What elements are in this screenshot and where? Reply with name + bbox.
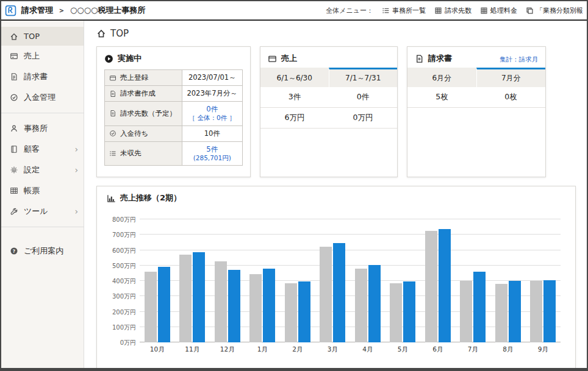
task-label: 請求書作成 [120, 89, 156, 98]
bar-series-2 [439, 229, 451, 342]
sidebar: TOP 売上 請求書 [1, 21, 84, 368]
card-icon [10, 52, 18, 60]
sales-count-prev: 3件 [260, 87, 329, 108]
play-circle-icon [104, 54, 113, 63]
task-label: 入金待ち [120, 129, 148, 138]
menu-item-processing-fee[interactable]: 処理料金 [480, 6, 517, 15]
main-content: TOP 実施中 [84, 21, 587, 368]
bar-series-1 [179, 255, 192, 342]
document-icon [109, 110, 117, 117]
sidebar-item-label: ご利用案内 [24, 246, 63, 256]
sidebar-item-sales[interactable]: 売上 [1, 46, 84, 66]
wrench-icon [10, 207, 18, 216]
sidebar-item-office[interactable]: 事務所 [1, 118, 84, 139]
task-value-link[interactable]: 5件 (285,701円) [182, 141, 242, 166]
gear-icon [10, 166, 18, 174]
document-icon [109, 90, 117, 97]
card-title-text: 実施中 [118, 53, 142, 64]
bar-series-1 [495, 284, 507, 342]
active-tasks-table: 売上登録 2023/07/01～ 請求書作成 2023年7月分～ [104, 69, 243, 166]
grid-icon [480, 7, 488, 15]
task-label: 未収先 [120, 149, 142, 158]
home-icon [10, 32, 18, 41]
bar-series-2 [368, 265, 381, 343]
y-tick-label: 200万円 [108, 308, 136, 317]
app-logo-icon [5, 5, 16, 16]
x-tick-label: 4月 [362, 345, 373, 354]
y-tick-label: 800万円 [108, 216, 136, 224]
bar-series-1 [249, 274, 262, 342]
check-circle-icon [10, 93, 18, 102]
tab-june[interactable]: 6月分 [407, 68, 476, 87]
home-icon [96, 29, 106, 38]
bar-group: 11月 [175, 219, 210, 342]
task-label: 請求先数（予定） [120, 109, 176, 118]
header-bar: 請求管理 ＞ ○○○○税理士事務所 全体メニュー： 事務所一覧 [1, 1, 587, 21]
bar-group: 5月 [385, 219, 421, 342]
sidebar-item-label: 帳票 [24, 185, 40, 196]
sidebar-item-customers[interactable]: 顧客 › [1, 139, 84, 160]
x-tick-label: 3月 [328, 345, 338, 354]
tab-current-period[interactable]: 7/1～7/31 [329, 68, 398, 87]
sidebar-item-tools[interactable]: ツール › [1, 201, 84, 222]
invoice-count-june: 5枚 [407, 87, 476, 108]
sidebar-item-top[interactable]: TOP [1, 27, 84, 46]
bar-series-2 [158, 267, 170, 342]
invoice-count-july: 0枚 [476, 87, 545, 108]
x-tick-label: 2月 [292, 345, 303, 354]
menu-item-label: 処理料金 [490, 6, 517, 15]
breadcrumb-separator: ＞ [58, 5, 65, 16]
card-icon [268, 54, 277, 63]
bar-series-1 [390, 283, 402, 342]
x-tick-label: 10月 [150, 345, 165, 354]
menu-item-office-list[interactable]: 事務所一覧 [382, 6, 426, 15]
task-value-link[interactable]: 0件 ［ 全体：0件 ］ [182, 102, 242, 126]
table-row: 請求書作成 2023年7月分～ [105, 86, 243, 102]
sidebar-item-label: TOP [24, 32, 40, 41]
chevron-right-icon: › [74, 166, 78, 174]
person-icon [10, 124, 18, 133]
tab-july[interactable]: 7月分 [476, 68, 546, 87]
y-tick-label: 500万円 [108, 262, 136, 270]
sidebar-item-settings[interactable]: 設定 › [1, 160, 84, 180]
menu-item-label: 「業務分類別報 [536, 6, 583, 15]
sidebar-item-help[interactable]: ? ご利用案内 [1, 241, 84, 261]
sidebar-item-label: 事務所 [24, 123, 48, 134]
bar-group: 3月 [315, 219, 351, 342]
task-label: 売上登録 [120, 73, 148, 82]
x-tick-label: 9月 [538, 345, 548, 354]
sidebar-item-reports[interactable]: 帳票 [1, 180, 84, 201]
sidebar-item-invoice[interactable]: 請求書 [1, 66, 84, 87]
bar-series-2 [473, 272, 486, 342]
sidebar-item-label: 請求書 [24, 71, 48, 82]
sales-amount-current: 0万円 [329, 108, 397, 129]
bar-series-2 [333, 243, 345, 342]
sales-trend-card: 売上推移（2期） 0万円100万円200万円300万円400万円500万円600… [96, 186, 576, 368]
bar-series-1 [145, 272, 157, 342]
bar-group: 1月 [245, 219, 281, 342]
sidebar-item-label: 設定 [24, 164, 40, 175]
menu-item-billing-count[interactable]: 請求先数 [434, 6, 471, 15]
sidebar-item-label: ツール [24, 206, 48, 217]
sidebar-divider [1, 113, 84, 113]
sidebar-item-label: 顧客 [24, 144, 40, 155]
bar-group: 4月 [350, 219, 385, 342]
grid-icon [434, 7, 442, 15]
task-value: 10件 [187, 129, 238, 138]
question-icon: ? [10, 247, 18, 255]
aggregate-by-billing-month-link[interactable]: 集計：請求月 [500, 55, 538, 64]
bar-group: 8月 [490, 219, 526, 342]
card-sales: 売上 6/1～6/30 7/1～7/31 3件 0件 6万円 0万円 [260, 46, 398, 177]
global-menu-label: 全体メニュー： [326, 6, 373, 15]
bar-groups: 10月11月12月1月2月3月4月5月6月7月8月9月 [140, 219, 561, 342]
x-tick-label: 12月 [220, 345, 235, 354]
x-tick-label: 8月 [503, 345, 513, 354]
tab-previous-period[interactable]: 6/1～6/30 [260, 68, 329, 87]
bar-series-1 [460, 281, 472, 342]
sales-count-row: 3件 0件 [260, 87, 397, 108]
bar-series-1 [355, 269, 367, 342]
sales-count-current: 0件 [329, 87, 397, 108]
sidebar-item-payment[interactable]: 入金管理 [1, 87, 84, 108]
office-name: ○○○○税理士事務所 [70, 5, 145, 16]
menu-item-work-category-report[interactable]: 「業務分類別報 [526, 6, 583, 15]
